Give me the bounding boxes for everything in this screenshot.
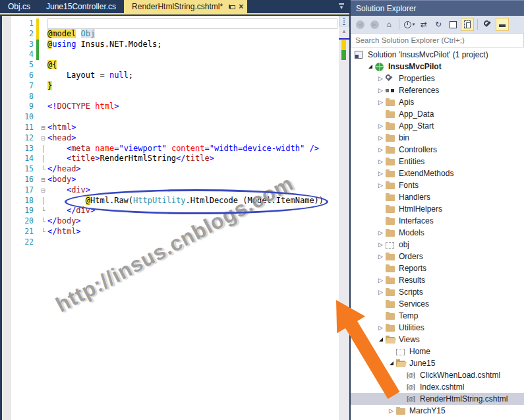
code-line[interactable]: 7} bbox=[11, 81, 337, 92]
close-icon[interactable]: × bbox=[239, 3, 243, 10]
tab-overflow[interactable]: ▼ bbox=[334, 0, 349, 13]
expander-collapsed[interactable]: ▷ bbox=[376, 253, 386, 260]
code-line[interactable]: 11⊟<html> bbox=[11, 123, 337, 133]
code-line[interactable]: 19└ </div> bbox=[11, 206, 337, 216]
expander-collapsed[interactable]: ▷ bbox=[376, 99, 386, 105]
expander-collapsed[interactable]: ▷ bbox=[386, 407, 396, 414]
pin-icon[interactable] bbox=[228, 3, 235, 10]
code-line[interactable]: 3@using Insus.NET.Models; bbox=[11, 40, 337, 50]
expander-expanded[interactable] bbox=[365, 65, 375, 69]
code-line[interactable]: 5@{ bbox=[11, 60, 337, 71]
code-line[interactable]: 6 Layout = null; bbox=[11, 71, 337, 81]
code-line[interactable]: 20└</body> bbox=[11, 216, 337, 227]
sync-with-active-document-button[interactable]: ⇄ bbox=[417, 18, 430, 31]
properties-button[interactable] bbox=[481, 18, 494, 31]
tree-item-june15[interactable]: June15 bbox=[351, 357, 524, 369]
tree-item-htmlhelpers[interactable]: HtmlHelpers bbox=[351, 203, 524, 215]
tree-item-services[interactable]: Services bbox=[351, 298, 524, 310]
expander-collapsed[interactable]: ▷ bbox=[376, 277, 386, 284]
tree-item-home[interactable]: Home bbox=[351, 345, 524, 357]
breakpoint-margin[interactable] bbox=[2, 16, 11, 420]
home-button[interactable]: ⌂ bbox=[382, 18, 395, 31]
back-button[interactable]: ◀ bbox=[353, 18, 366, 31]
tree-item-renderhtmlstring[interactable]: [@]RenderHtmlString.cshtml bbox=[351, 393, 524, 405]
editor-scrollbar[interactable]: ↕ ▲ bbox=[339, 16, 349, 420]
tree-item-bin[interactable]: ▷bin bbox=[351, 132, 524, 144]
expander-collapsed[interactable]: ▷ bbox=[376, 135, 386, 141]
code-line[interactable]: 17⊟ <div> bbox=[11, 185, 337, 196]
code-line[interactable]: 8 bbox=[11, 92, 337, 102]
code-line[interactable]: 1 bbox=[11, 18, 337, 29]
tree-item-project-insusmvcpilot[interactable]: InsusMvcPilot bbox=[351, 61, 524, 73]
tree-item-solution[interactable]: Solution 'InsusMvcPilot' (1 project) bbox=[351, 49, 524, 61]
collapse-all-button[interactable] bbox=[446, 18, 459, 31]
fold-marker[interactable]: ⊟ bbox=[39, 133, 47, 144]
code-line[interactable]: 14│ <title>RenderHtmlString</title> bbox=[11, 154, 337, 164]
tree-item-fonts[interactable]: ▷Fonts bbox=[351, 179, 524, 191]
expander-collapsed[interactable]: ▷ bbox=[376, 324, 386, 331]
expander-collapsed[interactable]: ▷ bbox=[376, 241, 386, 248]
panel-title[interactable]: Solution Explorer bbox=[351, 0, 524, 16]
code-line[interactable]: 16⊟<body> bbox=[11, 175, 337, 185]
code-editor[interactable]: 12@model Obj3@using Insus.NET.Models;45@… bbox=[2, 16, 349, 420]
tree-item-app-data[interactable]: App_Data bbox=[351, 108, 524, 120]
tree-item-marchy15[interactable]: ▷MarchY15 bbox=[351, 405, 524, 417]
tree-item-interfaces[interactable]: Interfaces bbox=[351, 215, 524, 227]
tab-renderhtmlstring-cshtml[interactable]: RenderHtmlString.cshtml*× bbox=[124, 0, 247, 13]
search-input[interactable] bbox=[351, 36, 523, 44]
expander-collapsed[interactable]: ▷ bbox=[376, 182, 386, 189]
line-number: 21 bbox=[11, 227, 36, 237]
code-line[interactable]: 10 bbox=[11, 112, 337, 123]
expander-expanded[interactable] bbox=[376, 338, 386, 342]
tree-item-properties[interactable]: ▷Properties bbox=[351, 73, 524, 84]
forward-button[interactable]: ▶ bbox=[368, 18, 381, 31]
tree-item-apis[interactable]: ▷Apis bbox=[351, 96, 524, 108]
refresh-button[interactable]: ↻ bbox=[432, 18, 445, 31]
tree-item-scripts[interactable]: ▷Scripts bbox=[351, 286, 524, 298]
tree-item-controllers[interactable]: ▷Controllers bbox=[351, 144, 524, 156]
expander-collapsed[interactable]: ▷ bbox=[376, 75, 386, 82]
tab-june15controller-cs[interactable]: June15Controller.cs bbox=[38, 0, 124, 13]
code-line[interactable]: 9<!DOCTYPE html> bbox=[11, 102, 337, 112]
tree-item-reports[interactable]: Reports bbox=[351, 262, 524, 274]
expander-collapsed[interactable]: ▷ bbox=[376, 123, 386, 129]
tree-item-utilities[interactable]: ▷Utilities bbox=[351, 322, 524, 334]
tree-item-clickwhenload[interactable]: [@]ClickWhenLoad.cshtml bbox=[351, 369, 524, 381]
preview-selected-items-button[interactable] bbox=[496, 18, 509, 31]
tree-item-handlers[interactable]: Handlers bbox=[351, 191, 524, 203]
code-line[interactable]: 4 bbox=[11, 49, 337, 60]
show-all-files-button[interactable] bbox=[461, 18, 474, 31]
code-line[interactable]: 13│ <meta name="viewport" content="width… bbox=[11, 144, 337, 154]
pending-changes-filter-button[interactable]: ▾ bbox=[403, 18, 416, 31]
code-line[interactable]: 18│ @Html.Raw(HttpUtility.HtmlDecode (Mo… bbox=[11, 196, 337, 206]
code-line[interactable]: 12⊟<head> bbox=[11, 133, 337, 144]
tree-item-entities[interactable]: ▷Entities bbox=[351, 156, 524, 167]
fold-marker[interactable]: ⊟ bbox=[39, 123, 47, 133]
code-line[interactable]: 15└</head> bbox=[11, 164, 337, 175]
expander-collapsed[interactable]: ▷ bbox=[376, 229, 386, 236]
tree-item-app-start[interactable]: ▷App_Start bbox=[351, 120, 524, 132]
expander-collapsed[interactable]: ▷ bbox=[376, 289, 386, 295]
tab-obj-cs[interactable]: Obj.cs bbox=[0, 0, 38, 13]
tree-item-obj[interactable]: ▷obj bbox=[351, 239, 524, 251]
tree-item-views[interactable]: Views bbox=[351, 334, 524, 345]
expander-collapsed[interactable]: ▷ bbox=[376, 170, 386, 177]
scroll-up-arrow-icon[interactable]: ▲ bbox=[339, 26, 349, 36]
code-line[interactable]: 21└</html> bbox=[11, 227, 337, 237]
code-line[interactable]: 2@model Obj bbox=[11, 29, 337, 40]
tree-item-results[interactable]: ▷Results bbox=[351, 274, 524, 286]
expander-collapsed[interactable]: ▷ bbox=[376, 158, 386, 165]
scrollbar-splitter-button[interactable]: ↕ bbox=[339, 16, 349, 26]
expander-collapsed[interactable]: ▷ bbox=[376, 146, 386, 153]
fold-marker[interactable]: ⊟ bbox=[39, 185, 47, 196]
expander-expanded[interactable] bbox=[386, 361, 396, 365]
tree-item-extendmethods[interactable]: ▷ExtendMethods bbox=[351, 167, 524, 179]
tree-item-references[interactable]: ▷References bbox=[351, 84, 524, 96]
tree-item-orders[interactable]: ▷Orders bbox=[351, 251, 524, 262]
expander-collapsed[interactable]: ▷ bbox=[376, 87, 386, 94]
tree-item-temp[interactable]: Temp bbox=[351, 310, 524, 322]
fold-marker[interactable]: ⊟ bbox=[39, 175, 47, 185]
tree-item-index[interactable]: [@]Index.cshtml bbox=[351, 381, 524, 393]
code-line[interactable]: 22 bbox=[11, 237, 337, 248]
tree-item-models[interactable]: ▷Models bbox=[351, 227, 524, 239]
